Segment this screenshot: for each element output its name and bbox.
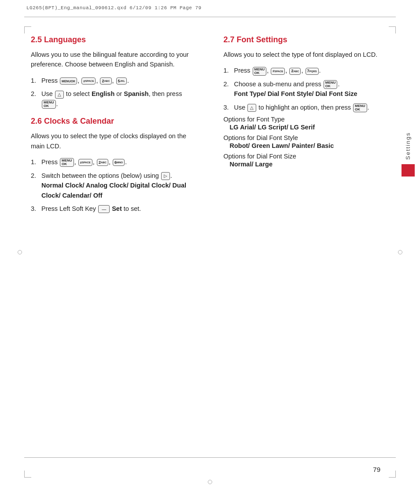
sidebar-label: Settings bbox=[405, 132, 411, 160]
section-26-step1: 1. Press MENUOK, #SPACE, 2ABC, 6MNO. bbox=[31, 157, 197, 167]
right-column: 2.7 Font Settings Allows you to select t… bbox=[210, 35, 390, 451]
step-num: 3. bbox=[31, 204, 40, 213]
section-25-title: 2.5 Languages bbox=[31, 35, 197, 44]
corner-tr bbox=[389, 26, 396, 33]
key-nav-2: ▷ bbox=[161, 172, 170, 180]
sidebar: Settings bbox=[396, 132, 420, 177]
key-nav-3: △ bbox=[247, 104, 256, 112]
key-hash-space-3: #SPACE bbox=[271, 68, 285, 75]
step-content: Use △ to select English or Spanish, then… bbox=[41, 89, 197, 109]
section-26-title: 2.6 Clocks & Calendar bbox=[31, 117, 197, 126]
header-text: LG265(BPT)_Eng_manual_090612.qxd 6/12/09… bbox=[26, 5, 202, 11]
key-6-mno: 6MNO bbox=[113, 159, 125, 166]
options-dial-font-style-label: Options for Dial Font Style bbox=[224, 134, 390, 141]
step-num: 1. bbox=[224, 66, 232, 75]
key-menu-ok: MENUOK bbox=[60, 77, 77, 85]
key-hash-space: #SPACE bbox=[81, 77, 96, 85]
bottom-mark bbox=[208, 480, 212, 484]
step-num: 1. bbox=[31, 76, 40, 85]
key-menu-ok-3: MENUOK bbox=[60, 158, 74, 167]
options-font-type-values: LG Arial/ LG Script/ LG Serif bbox=[224, 124, 390, 131]
key-menu-ok-2: MENUOK bbox=[42, 100, 56, 109]
section-27-step2: 2. Choose a sub-menu and press MENUOK. F… bbox=[224, 79, 390, 99]
page-number: 79 bbox=[373, 466, 380, 473]
key-menu-ok-4: MENUOK bbox=[253, 67, 267, 76]
content-area: 2.5 Languages Allows you to use the bili… bbox=[31, 35, 389, 451]
section-27-title: 2.7 Font Settings bbox=[224, 35, 390, 44]
key-menu-ok-6: MENUOK bbox=[353, 103, 367, 112]
key-2-abc: 2ABC bbox=[100, 77, 111, 85]
key-2-abc-2: 2ABC bbox=[97, 159, 108, 166]
left-column: 2.5 Languages Allows you to use the bili… bbox=[31, 35, 210, 451]
step-content: Switch between the options (below) using… bbox=[41, 171, 197, 200]
clock-options: Normal Clock/ Analog Clock/ Digital Cloc… bbox=[41, 182, 186, 199]
side-mark-right bbox=[398, 250, 402, 254]
section-25-step2: 2. Use △ to select English or Spanish, t… bbox=[31, 89, 197, 109]
options-dial-font-size-label: Options for Dial Font Size bbox=[224, 153, 390, 160]
corner-tl bbox=[24, 26, 31, 33]
step-content: Press Left Soft Key — Set to set. bbox=[41, 204, 197, 213]
step-content: Choose a sub-menu and press MENUOK. Font… bbox=[234, 79, 390, 99]
key-nav-up: △ bbox=[55, 91, 64, 99]
section-27-step3: 3. Use △ to highlight an option, then pr… bbox=[224, 103, 390, 112]
section-26-intro: Allows you to select the type of clocks … bbox=[31, 131, 197, 151]
page-header: LG265(BPT)_Eng_manual_090612.qxd 6/12/09… bbox=[26, 5, 394, 11]
section-27-intro: Allows you to select the type of font di… bbox=[224, 50, 390, 59]
section-27-step1: 1. Press MENUOK, #SPACE, 2ABC, 7PQRS. bbox=[224, 66, 390, 75]
sidebar-bar bbox=[402, 164, 415, 177]
options-dial-font-style-values: Robot/ Green Lawn/ Painter/ Basic bbox=[224, 142, 390, 149]
step-num: 2. bbox=[31, 171, 40, 180]
corner-br bbox=[389, 471, 396, 478]
corner-bl bbox=[24, 471, 31, 478]
step-num: 2. bbox=[31, 89, 40, 99]
key-7-pqrs: 7PQRS bbox=[306, 68, 319, 75]
step-content: Press MENUOK, #SPACE, 2ABC, 6MNO. bbox=[41, 157, 197, 167]
options-font-type-label: Options for Font Type bbox=[224, 116, 390, 123]
key-soft-set: — bbox=[98, 205, 110, 213]
side-mark-left bbox=[18, 250, 22, 254]
section-25-step1: 1. Press MENUOK, #SPACE, 2ABC, 5JKL. bbox=[31, 76, 197, 85]
key-hash-space-2: #SPACE bbox=[78, 159, 92, 166]
key-menu-ok-5: MENUOK bbox=[324, 80, 338, 89]
section-26-step2: 2. Switch between the options (below) us… bbox=[31, 171, 197, 200]
step-num: 1. bbox=[31, 157, 40, 167]
step-num: 2. bbox=[224, 79, 232, 89]
section-25-intro: Allows you to use the bilingual feature … bbox=[31, 50, 197, 70]
step-content: Use △ to highlight an option, then press… bbox=[234, 103, 390, 112]
step-content: Press MENUOK, #SPACE, 2ABC, 7PQRS. bbox=[234, 66, 390, 75]
rule-top bbox=[24, 17, 396, 17]
step-content: Press MENUOK, #SPACE, 2ABC, 5JKL. bbox=[41, 76, 197, 85]
rule-bottom bbox=[24, 457, 396, 458]
key-2-abc-3: 2ABC bbox=[289, 68, 301, 75]
key-5-jkl: 5JKL bbox=[116, 77, 127, 85]
step-num: 3. bbox=[224, 103, 232, 112]
section-26-step3: 3. Press Left Soft Key — Set to set. bbox=[31, 204, 197, 213]
font-submenu: Font Type/ Dial Font Style/ Dial Font Si… bbox=[234, 90, 357, 97]
options-dial-font-size-values: Normal/ Large bbox=[224, 161, 390, 168]
